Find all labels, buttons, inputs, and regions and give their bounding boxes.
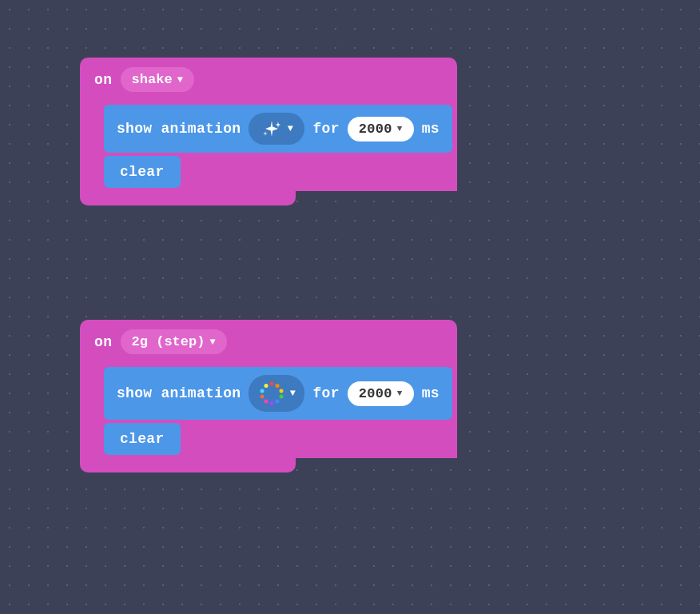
clear-block-1[interactable]: clear <box>104 156 181 188</box>
svg-point-5 <box>269 401 273 405</box>
circle-anim-icon <box>258 380 285 407</box>
on-label-2: on <box>94 334 113 350</box>
svg-point-6 <box>264 400 268 404</box>
svg-point-0 <box>269 382 273 386</box>
shake-dropdown[interactable]: shake ▼ <box>121 67 194 92</box>
ms2-arrow-icon: ▼ <box>397 389 403 398</box>
show-animation-label-2: show animation <box>117 385 241 401</box>
animation-dropdown-1[interactable]: ▼ <box>249 113 304 145</box>
show-animation-block-2[interactable]: show animation <box>104 367 452 420</box>
sparkles-icon <box>261 118 283 140</box>
inner-area-1: show animation ▼ for <box>80 102 457 191</box>
step-arrow-icon: ▼ <box>209 337 215 348</box>
anim2-arrow-icon: ▼ <box>290 388 296 399</box>
ms-label-2: ms <box>422 385 439 401</box>
svg-point-4 <box>275 400 279 404</box>
show-animation-block-1[interactable]: show animation ▼ for <box>104 105 452 153</box>
animation-dropdown-2[interactable]: ▼ <box>249 375 304 412</box>
svg-point-8 <box>260 389 264 393</box>
hat-block-2[interactable]: on 2g (step) ▼ <box>80 320 457 364</box>
clear-block-2[interactable]: clear <box>104 423 181 455</box>
ms-value-1: 2000 <box>359 122 392 137</box>
clear-label-2: clear <box>120 431 165 447</box>
anim1-arrow-icon: ▼ <box>288 123 294 134</box>
svg-point-3 <box>279 395 283 399</box>
shake-label: shake <box>132 72 173 87</box>
ms1-arrow-icon: ▼ <box>397 124 403 134</box>
ms-number-dropdown-2[interactable]: 2000 ▼ <box>348 381 414 406</box>
clear-label-1: clear <box>120 164 165 180</box>
ms-label-1: ms <box>422 121 439 137</box>
block-group-1: on shake ▼ show animation <box>80 58 457 205</box>
hat-block-1[interactable]: on shake ▼ <box>80 58 457 102</box>
svg-point-2 <box>279 389 283 393</box>
block-bottom-cap-1 <box>80 191 296 205</box>
svg-point-9 <box>264 384 268 388</box>
ms-number-dropdown-1[interactable]: 2000 ▼ <box>348 117 414 142</box>
shake-arrow-icon: ▼ <box>177 74 183 86</box>
for-label-1: for <box>312 121 339 137</box>
step-dropdown[interactable]: 2g (step) ▼ <box>121 329 227 354</box>
show-animation-label-1: show animation <box>117 121 241 137</box>
inner-area-2: show animation <box>80 364 457 458</box>
block-bottom-cap-2 <box>80 458 296 472</box>
canvas: on shake ▼ show animation <box>0 0 700 614</box>
block-group-2: on 2g (step) ▼ show animation <box>80 320 457 472</box>
svg-point-1 <box>275 384 279 388</box>
on-label-1: on <box>94 72 113 88</box>
for-label-2: for <box>312 385 339 401</box>
svg-point-7 <box>260 395 264 399</box>
ms-value-2: 2000 <box>359 386 392 401</box>
step-label: 2g (step) <box>132 334 205 349</box>
